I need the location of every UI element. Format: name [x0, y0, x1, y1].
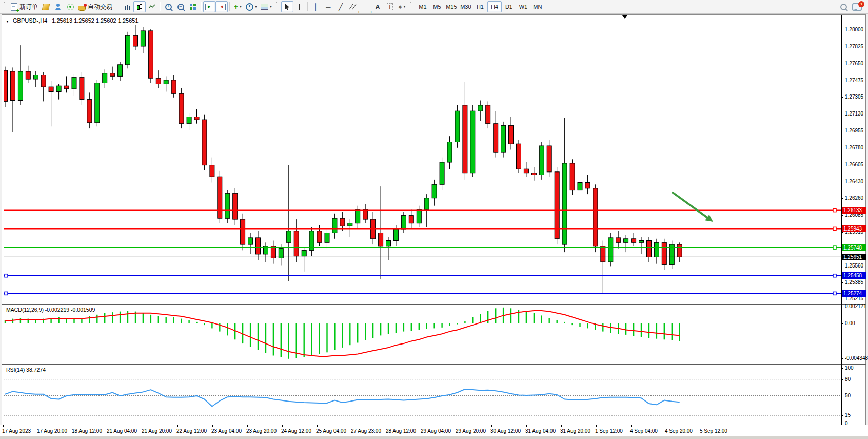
horizontal-line-icon: ─	[326, 4, 330, 10]
axis-tick	[841, 64, 843, 64]
zoom-in-button[interactable]: +	[162, 1, 174, 12]
clock-icon	[246, 3, 253, 11]
fibonacci-tool[interactable]: F	[359, 1, 371, 12]
candle-body	[455, 111, 460, 142]
axis-tick	[841, 81, 843, 81]
templates-button[interactable]: ▼	[259, 1, 274, 12]
toolbar-separator	[229, 2, 230, 11]
price-axis-label: 1.26430	[845, 179, 863, 184]
time-axis-tick	[352, 425, 352, 427]
toolbar-grip[interactable]	[4, 2, 7, 11]
tile-windows-icon	[190, 4, 196, 10]
axis-tick	[841, 424, 843, 424]
candle-body	[486, 105, 490, 124]
axis-tick	[841, 30, 843, 30]
candle-body	[470, 111, 475, 173]
annotation-arrow-line[interactable]	[672, 192, 709, 219]
hline-handle[interactable]	[833, 292, 836, 295]
price-axis[interactable]: 1.280001.278251.276501.274751.273051.271…	[841, 14, 867, 425]
trendline-tool[interactable]: ╱	[334, 1, 347, 12]
rsi-axis-label: 100	[845, 365, 854, 371]
candle-body	[317, 231, 322, 243]
chart-menu-triangle-icon[interactable]: ▼	[6, 20, 9, 23]
template-icon	[261, 4, 268, 10]
toolbar-grip[interactable]	[116, 2, 119, 11]
search-icon[interactable]	[840, 4, 847, 10]
candlestick-chart-button[interactable]	[133, 1, 146, 12]
pane-separator[interactable]	[2, 304, 866, 305]
time-axis-label: 21 Aug 04:00	[107, 428, 137, 434]
text-tool[interactable]: A	[371, 1, 384, 12]
new-order-button[interactable]: + 新订单	[9, 1, 40, 12]
shift-end-marker-icon[interactable]	[622, 15, 627, 19]
channel-tool[interactable]: E	[347, 1, 359, 12]
timeframe-m1[interactable]: M1	[416, 1, 430, 12]
hline-handle[interactable]	[833, 246, 836, 249]
hline-handle[interactable]	[833, 209, 836, 212]
time-axis-tick	[422, 425, 422, 427]
time-axis-label: 4 Sep 20:00	[665, 428, 693, 434]
candle-body	[118, 65, 123, 77]
signals-button[interactable]	[64, 1, 76, 12]
line-chart-button[interactable]	[146, 1, 158, 12]
cursor-button[interactable]	[281, 1, 293, 12]
candle-body	[294, 231, 299, 256]
metaeditor-button[interactable]	[40, 1, 52, 12]
timeframe-w1[interactable]: W1	[516, 1, 530, 12]
candlestick-icon	[136, 4, 143, 10]
crosshair-button[interactable]	[293, 1, 306, 12]
arrows-tool[interactable]: ◆ ▼	[396, 1, 408, 12]
timeframe-m30[interactable]: M30	[459, 1, 473, 12]
macd-pane[interactable]	[4, 306, 841, 364]
rsi-axis-label: 80	[845, 376, 851, 382]
timeframe-d1[interactable]: D1	[502, 1, 516, 12]
candle-body	[393, 229, 398, 241]
chart-shift-button[interactable]: ◀	[215, 1, 228, 12]
time-axis-label: 1 Sep 12:00	[595, 428, 623, 434]
timeframe-m5[interactable]: M5	[430, 1, 444, 12]
hline-handle[interactable]	[5, 292, 8, 295]
market-basket-icon	[78, 6, 86, 11]
price-pane[interactable]	[4, 15, 841, 304]
vertical-line-tool[interactable]: │	[310, 1, 322, 12]
hline-handle[interactable]	[5, 274, 8, 277]
time-axis-label: 18 Aug 12:00	[72, 428, 102, 434]
candle-body	[241, 219, 245, 244]
community-button[interactable]	[52, 1, 64, 12]
rsi-pane[interactable]	[4, 366, 841, 425]
macd-axis-label: -0.004348	[845, 355, 868, 361]
pane-separator[interactable]	[2, 364, 866, 365]
rsi-line[interactable]	[5, 389, 680, 407]
time-axis-label: 27 Aug 23:00	[351, 428, 381, 434]
axis-tick	[841, 368, 843, 369]
hline-handle[interactable]	[833, 274, 836, 277]
horizontal-line-tool[interactable]: ─	[322, 1, 334, 12]
time-axis-tick	[143, 425, 143, 427]
hline-handle[interactable]	[833, 227, 836, 230]
time-axis-label: 29 Aug 04:00	[421, 428, 451, 434]
axis-tick	[841, 182, 843, 182]
time-axis[interactable]: 17 Aug 202317 Aug 20:0018 Aug 12:0021 Au…	[0, 425, 868, 436]
text-label-tool[interactable]: T	[384, 1, 396, 12]
chat-icon[interactable]: 1	[852, 3, 862, 11]
periods-button[interactable]: ▼	[244, 1, 259, 12]
candle-body	[41, 75, 46, 87]
time-axis-tick	[212, 425, 213, 427]
indicators-button[interactable]: + ▼	[232, 1, 244, 12]
tile-windows-button[interactable]	[187, 1, 199, 12]
autotrading-button[interactable]: 自动交易	[76, 1, 114, 12]
timeframe-m15[interactable]: M15	[444, 1, 459, 12]
candle-body	[624, 239, 628, 243]
timeframe-h4[interactable]: H4	[487, 1, 502, 12]
bar-chart-button[interactable]	[121, 1, 133, 12]
zoom-out-button[interactable]: −	[174, 1, 187, 12]
candle-body	[56, 86, 61, 91]
auto-scroll-button[interactable]: ▶	[203, 1, 215, 12]
text-label-icon: T	[387, 3, 393, 10]
toolbar-grip[interactable]	[410, 2, 413, 11]
candle-body	[279, 249, 283, 258]
toolbar-grip[interactable]	[276, 2, 279, 11]
candle-body	[348, 223, 352, 226]
timeframe-mn[interactable]: MN	[530, 1, 545, 12]
timeframe-h1[interactable]: H1	[473, 1, 487, 12]
